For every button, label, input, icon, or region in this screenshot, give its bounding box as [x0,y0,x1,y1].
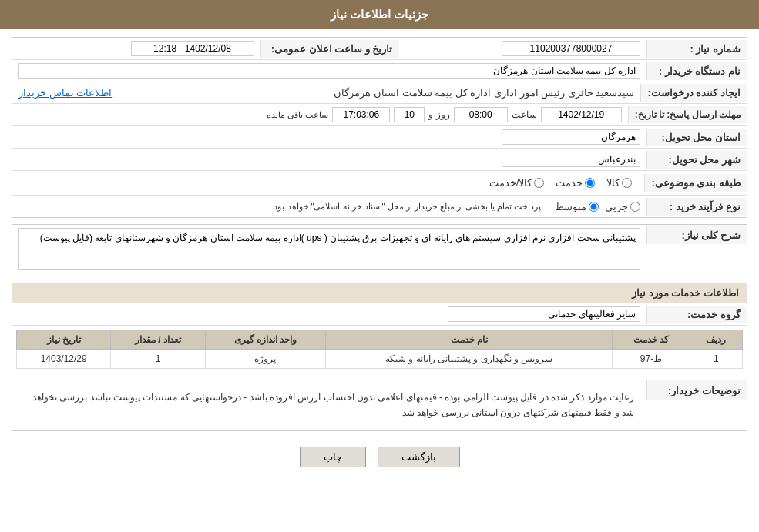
col-unit: واحد اندازه گیری [205,330,326,350]
deadline-value: ساعت روز و ساعت باقی مانده [12,104,628,125]
service-info-section: اطلاعات خدمات مورد نیاز گروه خدمت: ردیف … [12,283,747,373]
col-qty: تعداد / مقدار [111,330,205,350]
cell-name: سرویس و نگهداری و پشتیبانی رایانه و شبکه [326,350,613,369]
need-desc-row: شرح کلی نیاز: پشتیبانی سخت افزاری نرم اف… [12,225,747,276]
city-row: شهر محل تحویل: [12,149,747,171]
buyer-org-value [12,60,646,82]
category-khedmat-label: خدمت [556,177,583,189]
need-number-row: شماره نیاز : تاریخ و ساعت اعلان عمومی: [12,38,747,60]
need-desc-label: شرح کلی نیاز: [646,225,747,244]
col-name: نام خدمت [326,330,613,350]
process-note: پرداخت تمام یا بخشی از مبلغ خریدار از مح… [271,202,541,212]
city-value [12,149,646,170]
buyer-notes-label: توضیحات خریدار: [646,380,747,400]
province-row: استان محل تحویل: [12,126,747,149]
button-row: بازگشت چاپ [12,439,747,475]
process-motavasset-radio[interactable] [589,202,599,212]
category-both-radio[interactable] [534,178,544,188]
category-khedmat-radio[interactable] [585,178,595,188]
category-kala[interactable]: کالا [606,177,632,189]
table-row: 1 ط-97 سرویس و نگهداری و پشتیبانی رایانه… [17,350,743,369]
creator-text: سیدسعید حائری رئیس امور اداری اداره کل ب… [334,87,634,99]
need-number-value [399,38,647,59]
need-desc-value: پشتیبانی سخت افزاری نرم افزاری سیستم های… [12,225,646,276]
city-label: شهر محل تحویل: [646,151,747,169]
deadline-remaining-label: ساعت باقی مانده [267,110,328,120]
buyer-notes-value: رعایت موارد ذکر شده در فایل پیوست الزامی… [12,380,646,430]
need-number-input[interactable] [502,41,640,56]
category-both-label: کالا/خدمت [489,177,532,189]
col-code: کد خدمت [613,330,690,350]
deadline-date-input[interactable] [541,107,622,122]
back-button[interactable]: بازگشت [378,447,460,467]
process-motavasset-label: متوسط [555,201,586,212]
category-label: طبقه بندی موضوعی: [644,174,747,192]
buyer-org-input[interactable] [18,63,640,79]
buyer-notes-row: توضیحات خریدار: رعایت موارد ذکر شده در ف… [12,380,747,430]
service-group-row: گروه خدمت: [12,303,747,326]
service-group-value [12,303,646,325]
service-group-label: گروه خدمت: [646,306,747,323]
buyer-org-label: نام دستگاه خریدار : [646,62,747,80]
buyer-org-row: نام دستگاه خریدار : [12,60,747,82]
city-input[interactable] [502,152,640,167]
service-info-title: اطلاعات خدمات مورد نیاز [12,283,747,303]
province-label: استان محل تحویل: [646,129,747,146]
deadline-day-label: روز و [428,109,449,120]
deadline-time-label: ساعت [512,109,537,120]
col-row: ردیف [690,330,742,350]
cell-qty: 1 [111,350,205,369]
process-label: نوع فرآیند خرید : [646,198,747,216]
need-number-label: شماره نیاز : [646,40,747,58]
process-row: نوع فرآیند خرید : جزیی متوسط پرداخت تمام… [12,196,747,217]
page-header: جزئیات اطلاعات نیاز [0,0,759,29]
process-jozi[interactable]: جزیی [605,201,640,212]
service-group-input[interactable] [448,306,640,322]
need-desc-section: شرح کلی نیاز: پشتیبانی سخت افزاری نرم اف… [12,224,747,276]
process-value: جزیی متوسط پرداخت تمام یا بخشی از مبلغ خ… [12,198,646,216]
creator-label: ایجاد کننده درخواست: [640,84,747,102]
page-title: جزئیات اطلاعات نیاز [331,8,428,21]
creator-row: ایجاد کننده درخواست: سیدسعید حائری رئیس … [12,82,747,104]
category-kala-khedmat[interactable]: کالا/خدمت [489,177,545,189]
category-kala-label: کالا [606,177,620,189]
need-desc-textarea[interactable]: پشتیبانی سخت افزاری نرم افزاری سیستم های… [18,228,640,270]
process-jozi-label: جزیی [605,201,628,212]
process-motavasset[interactable]: متوسط [555,201,599,212]
announce-date-value [12,38,260,59]
process-jozi-radio[interactable] [630,202,640,212]
buyer-notes-text: رعایت موارد ذکر شده در فایل پیوست الزامی… [18,383,640,427]
province-input[interactable] [502,129,640,145]
info-section-top: شماره نیاز : تاریخ و ساعت اعلان عمومی: ن… [12,37,747,218]
category-value: کالا خدمت کالا/خدمت [12,171,644,195]
contact-link[interactable]: اطلاعات تماس خریدار [18,87,112,99]
cell-row: 1 [690,350,742,369]
category-kala-radio[interactable] [622,178,632,188]
announce-date-label: تاریخ و ساعت اعلان عمومی: [260,40,399,58]
cell-unit: پروژه [205,350,326,369]
deadline-days-input[interactable] [394,107,425,122]
province-value [12,126,646,148]
creator-value: سیدسعید حائری رئیس امور اداری اداره کل ب… [12,84,640,102]
service-table-wrapper: ردیف کد خدمت نام خدمت واحد اندازه گیری ت… [12,326,747,373]
deadline-time-input[interactable] [454,107,508,122]
cell-code: ط-97 [613,350,690,369]
deadline-row: مهلت ارسال پاسخ: تا تاریخ: ساعت روز و سا… [12,104,747,126]
cell-date: 1403/12/29 [17,350,111,369]
print-button[interactable]: چاپ [300,447,366,467]
deadline-remaining-input[interactable] [332,107,390,122]
category-khedmat[interactable]: خدمت [556,177,595,189]
service-table: ردیف کد خدمت نام خدمت واحد اندازه گیری ت… [16,330,743,369]
category-row: طبقه بندی موضوعی: کالا خدمت [12,171,747,196]
buyer-notes-section: توضیحات خریدار: رعایت موارد ذکر شده در ف… [12,380,747,431]
deadline-label: مهلت ارسال پاسخ: تا تاریخ: [628,106,747,123]
announce-date-input[interactable] [131,41,254,56]
col-date: تاریخ نیاز [17,330,111,350]
